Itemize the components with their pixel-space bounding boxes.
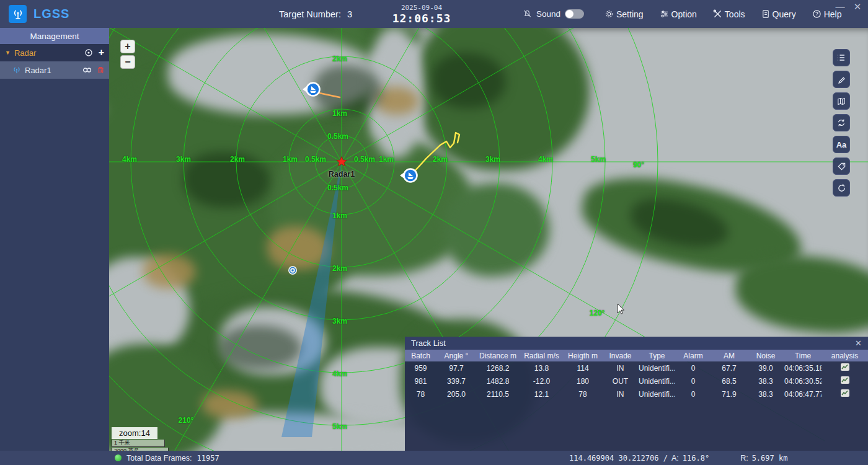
table-cell: 97.7	[436, 364, 476, 373]
window-controls: — ✕	[835, 1, 863, 12]
tree-item-label: Radar1	[25, 66, 51, 75]
column-header[interactable]: Type	[639, 352, 675, 360]
table-cell: 0	[675, 377, 711, 386]
close-button[interactable]: ✕	[852, 1, 863, 12]
tree-item-radar[interactable]: ▼ Radar +	[0, 44, 109, 61]
table-cell: 2110.5	[476, 390, 520, 399]
table-row[interactable]: 95997.71268.213.8114INUnidentifi...067.7…	[405, 361, 868, 374]
bearing-angle-label: 120°	[590, 309, 605, 317]
range-ring-label: 2km	[433, 155, 448, 164]
table-cell: 38.3	[747, 377, 784, 386]
range-ring-label: 0.5km	[327, 184, 348, 192]
tree-item-radar1[interactable]: Radar1	[0, 61, 109, 79]
range-ring-label: 4km	[538, 155, 553, 164]
delete-trash-icon[interactable]	[97, 66, 104, 74]
column-header[interactable]: Alarm	[675, 352, 711, 360]
column-header[interactable]: analysis	[822, 352, 868, 360]
table-cell: 78	[564, 390, 602, 399]
column-header[interactable]: Radial m/s	[520, 352, 564, 360]
table-row[interactable]: 981339.71482.8-12.0180OUTUnidentifi...06…	[405, 374, 868, 388]
table-cell: 39.0	[747, 364, 784, 373]
coordinates-value: 114.469904 30.212706 /	[569, 454, 668, 463]
tag-button[interactable]	[833, 157, 850, 175]
table-cell: Unidentifi...	[639, 390, 675, 399]
analysis-chart-icon[interactable]	[841, 389, 849, 397]
column-header[interactable]: Heigth m	[564, 352, 602, 360]
menu-option[interactable]: Option	[660, 9, 697, 19]
add-radar-button[interactable]: +	[99, 47, 104, 58]
help-icon	[812, 9, 822, 19]
range-ring-label: 3km	[485, 155, 500, 164]
gear-icon	[604, 9, 614, 19]
column-header[interactable]: Noise	[747, 352, 784, 360]
column-header[interactable]: Time	[784, 352, 822, 360]
track-line-orange	[316, 92, 340, 97]
range-ring-label: 5km	[332, 422, 347, 431]
app-logo	[9, 5, 27, 23]
menu-setting[interactable]: Setting	[604, 9, 644, 19]
range-label: R:	[740, 454, 748, 463]
radar-sweep-beam	[281, 162, 342, 437]
column-header[interactable]: Angle °	[436, 352, 476, 360]
table-cell: 981	[405, 377, 436, 386]
refresh-button[interactable]	[833, 179, 850, 197]
minimize-button[interactable]: —	[835, 1, 846, 12]
range-ring-label: 2km	[230, 155, 245, 164]
vessel-marker-1	[303, 83, 320, 96]
text-label-button[interactable]: Aa	[833, 136, 850, 153]
top-bar: LGSS Target Number:3 2025-09-04 12:06:53…	[0, 0, 868, 28]
table-cell: IN	[602, 390, 639, 399]
sync-button[interactable]	[833, 114, 850, 131]
caret-down-icon[interactable]: ▼	[5, 50, 11, 56]
status-bar: Total Data Frames: 11957 114.469904 30.2…	[0, 451, 868, 465]
date-text: 2025-09-04	[384, 4, 459, 12]
frames-value: 11957	[197, 454, 219, 463]
radar-site-label: Radar1	[329, 170, 355, 179]
table-cell: IN	[602, 364, 639, 373]
menu-query[interactable]: Query	[761, 9, 796, 19]
analysis-chart-icon[interactable]	[841, 363, 849, 371]
track-list-title: Track List	[411, 339, 446, 348]
range-ring-label: 1km	[332, 211, 347, 220]
panel-close-icon[interactable]: ✕	[855, 339, 862, 348]
zoom-controls: + −	[120, 40, 135, 71]
link-icon[interactable]	[82, 67, 92, 73]
list-icon	[836, 53, 846, 63]
map-icon	[836, 97, 846, 106]
layer-list-button[interactable]	[833, 49, 850, 66]
analysis-chart-icon[interactable]	[841, 376, 849, 384]
column-header[interactable]: Distance m	[476, 352, 520, 360]
azimuth-label: A:	[671, 454, 679, 463]
range-ring-label: 1km	[332, 109, 347, 118]
visibility-eye-icon[interactable]	[84, 48, 93, 57]
table-cell: 1482.8	[476, 377, 520, 386]
track-line-yellow	[414, 133, 459, 172]
range-ring-label: 2km	[332, 55, 347, 63]
column-header[interactable]: AM	[711, 352, 747, 360]
table-cell: 68.5	[711, 377, 747, 386]
measure-button[interactable]	[833, 71, 850, 88]
column-header[interactable]: Invade	[602, 352, 639, 360]
target-dot-marker	[288, 266, 297, 275]
document-icon	[761, 9, 770, 19]
map-layers-button[interactable]	[833, 92, 850, 110]
toggle-knob	[565, 10, 574, 18]
sound-toggle[interactable]	[565, 9, 584, 19]
zoom-in-button[interactable]: +	[120, 40, 135, 53]
zoom-out-button[interactable]: −	[120, 55, 135, 69]
menu-tools[interactable]: Tools	[713, 9, 745, 19]
range-ring-label: 1km	[283, 155, 298, 164]
tag-icon	[837, 162, 846, 171]
table-cell: -12.0	[520, 377, 564, 386]
table-cell: 959	[405, 364, 436, 373]
bearing-angle-label: 90°	[633, 161, 644, 169]
column-header[interactable]: Batch	[405, 352, 436, 360]
table-cell: 12.1	[520, 390, 564, 399]
right-toolbar: Aa	[833, 49, 850, 197]
target-number: Target Number:3	[279, 9, 352, 19]
table-row[interactable]: 78205.02110.512.178INUnidentifi...071.93…	[405, 388, 868, 401]
zoom-level-indicator: zoom:14	[112, 427, 157, 439]
table-cell: 04:06:30.523	[784, 377, 822, 386]
radar-device-icon	[12, 66, 21, 74]
table-cell: 67.7	[711, 364, 747, 373]
